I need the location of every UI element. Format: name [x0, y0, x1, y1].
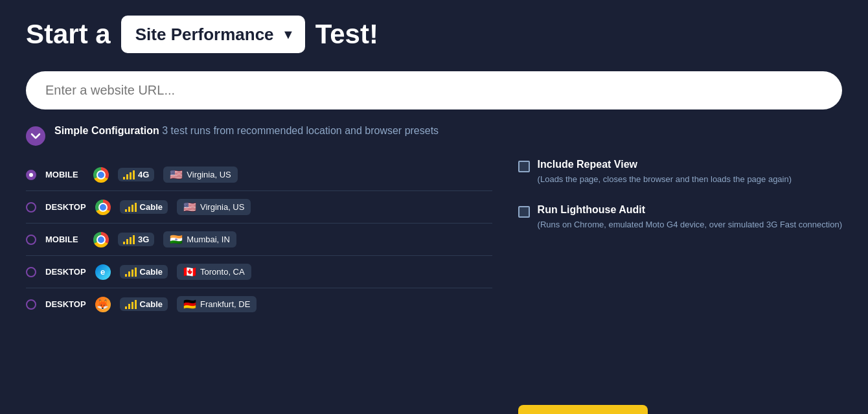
chrome-icon — [93, 232, 109, 247]
connection-tag: Cable — [120, 297, 168, 311]
radio-button[interactable] — [26, 170, 36, 180]
option-item-repeat-view: Include Repeat View (Loads the page, clo… — [518, 159, 842, 186]
test-row[interactable]: DESKTOP Cable 🇺🇸 Virginia, US — [26, 191, 492, 224]
option-title-repeat-view: Include Repeat View — [538, 159, 792, 170]
chevron-down-icon — [30, 131, 41, 141]
flag-icon: 🇺🇸 — [183, 201, 196, 213]
device-label: MOBILE — [45, 235, 84, 244]
radio-button[interactable] — [26, 235, 36, 245]
right-panel: Include Repeat View (Loads the page, clo… — [518, 159, 842, 414]
edge-icon: e — [95, 264, 111, 280]
start-test-button[interactable]: Start Test → — [518, 405, 648, 414]
connection-tag: Cable — [120, 200, 168, 214]
radio-button[interactable] — [26, 299, 36, 310]
flag-icon: 🇩🇪 — [183, 298, 196, 310]
connection-label: Cable — [140, 202, 163, 212]
option-item-lighthouse: Run Lighthouse Audit (Runs on Chrome, em… — [518, 204, 842, 231]
location-tag: 🇺🇸 Virginia, US — [163, 167, 237, 183]
option-desc-lighthouse: (Runs on Chrome, emulated Moto G4 device… — [538, 218, 842, 231]
checkbox-repeat-view[interactable] — [518, 161, 530, 172]
location-label: Frankfurt, DE — [200, 299, 250, 309]
radio-button[interactable] — [26, 202, 36, 213]
url-input-section — [26, 71, 842, 109]
device-label: MOBILE — [45, 170, 84, 179]
header-prefix: Start a — [26, 19, 111, 50]
location-label: Virginia, US — [187, 170, 231, 179]
location-tag: 🇩🇪 Frankfurt, DE — [177, 296, 257, 312]
test-row[interactable]: DESKTOP 🦊 Cable 🇩🇪 Frankfurt, DE — [26, 288, 492, 320]
flag-icon: 🇮🇳 — [170, 233, 183, 246]
connection-label: 4G — [138, 170, 149, 179]
simple-config-section: Simple Configuration 3 test runs from re… — [26, 125, 842, 146]
device-label: DESKTOP — [45, 267, 86, 277]
chrome-icon — [93, 167, 109, 183]
firefox-icon: 🦊 — [95, 297, 111, 312]
connection-tag: 4G — [118, 168, 154, 181]
location-tag: 🇨🇦 Toronto, CA — [177, 264, 251, 280]
location-label: Toronto, CA — [200, 267, 245, 277]
simple-config-label: Simple Configuration 3 test runs from re… — [54, 125, 439, 137]
simple-config-toggle[interactable] — [26, 126, 45, 146]
option-title-lighthouse: Run Lighthouse Audit — [538, 204, 842, 216]
simple-config-text: 3 test runs from recommended location an… — [162, 125, 439, 136]
test-type-select[interactable]: Site Performance Speed Carbon — [121, 16, 305, 53]
flag-icon: 🇺🇸 — [170, 168, 183, 181]
url-input[interactable] — [26, 71, 842, 109]
connection-tag: Cable — [120, 265, 168, 279]
option-text-repeat-view: Include Repeat View (Loads the page, clo… — [538, 159, 792, 186]
chrome-icon — [95, 200, 111, 215]
device-label: DESKTOP — [45, 299, 86, 309]
test-row[interactable]: MOBILE 3G 🇮🇳 Mumbai, IN — [26, 224, 492, 256]
options-panel: Include Repeat View (Loads the page, clo… — [518, 159, 842, 392]
main-content: MOBILE 4G 🇺🇸 Virginia, US DESKTOP Cable … — [26, 159, 842, 414]
test-type-dropdown-wrapper[interactable]: Site Performance Speed Carbon ▼ — [121, 16, 305, 53]
simple-config-bold: Simple Configuration — [54, 125, 159, 136]
connection-label: Cable — [140, 267, 163, 277]
test-rows-list: MOBILE 4G 🇺🇸 Virginia, US DESKTOP Cable … — [26, 159, 492, 320]
radio-button[interactable] — [26, 267, 36, 277]
flag-icon: 🇨🇦 — [183, 266, 196, 278]
option-desc-repeat-view: (Loads the page, closes the browser and … — [538, 173, 792, 186]
location-label: Virginia, US — [200, 202, 244, 212]
location-tag: 🇮🇳 Mumbai, IN — [163, 231, 236, 247]
location-label: Mumbai, IN — [187, 235, 229, 244]
test-row[interactable]: DESKTOP e Cable 🇨🇦 Toronto, CA — [26, 256, 492, 288]
device-label: DESKTOP — [45, 202, 86, 212]
page-header: Start a Site Performance Speed Carbon ▼ … — [26, 16, 842, 53]
test-row[interactable]: MOBILE 4G 🇺🇸 Virginia, US — [26, 159, 492, 191]
connection-label: Cable — [140, 299, 163, 309]
location-tag: 🇺🇸 Virginia, US — [177, 199, 251, 215]
connection-label: 3G — [138, 235, 149, 244]
option-text-lighthouse: Run Lighthouse Audit (Runs on Chrome, em… — [538, 204, 842, 231]
checkbox-lighthouse[interactable] — [518, 206, 530, 218]
connection-tag: 3G — [118, 233, 154, 246]
header-suffix: Test! — [315, 19, 378, 50]
